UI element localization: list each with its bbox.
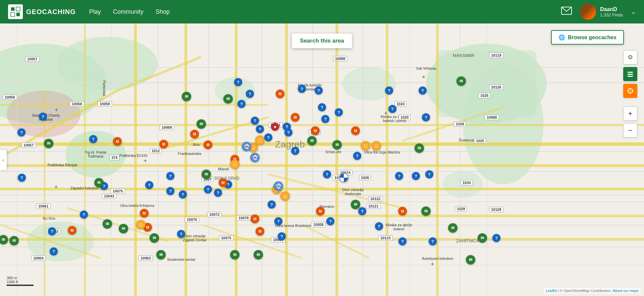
cache-marker-33[interactable]: ? [353,152,361,160]
cache-marker-45[interactable]: ? [492,234,500,242]
layers-button[interactable] [623,67,637,81]
cache-marker-38[interactable]: ? [395,172,403,180]
multi-cache-5[interactable]: M [219,178,227,187]
multi-cache-8[interactable]: M [256,227,264,236]
cache-marker-26[interactable]: ? [298,85,306,93]
cache-marker-37[interactable]: ? [388,105,396,113]
cache-marker-35[interactable]: ? [375,222,383,230]
trad-cache-22[interactable]: ✉ [478,233,487,243]
cache-marker-19[interactable]: ? [264,133,272,141]
cache-marker-48[interactable]: ? [80,211,88,219]
cache-marker-30[interactable]: ? [323,170,331,178]
zoom-out-button[interactable]: − [623,123,637,137]
location-button[interactable] [623,84,637,98]
trad-cache-14[interactable]: ✉ [307,136,317,145]
multi-cache-17[interactable]: M [68,226,76,235]
cache-marker-31[interactable]: ? [326,217,334,225]
cache-marker-5[interactable]: ? [89,135,97,143]
multi-cache-13[interactable]: M [351,126,360,135]
cache-marker-47[interactable]: ? [177,230,185,238]
earth-cache-5[interactable]: ☺ [372,141,381,151]
trad-cache-20[interactable]: ✉ [457,76,466,86]
cache-marker-41[interactable]: ? [419,86,427,95]
trad-cache-8[interactable]: ✉ [182,92,191,101]
cache-marker-32[interactable]: ? [335,108,343,116]
trad-cache-4[interactable]: ✉ [103,219,112,229]
multi-cache-4[interactable]: M [204,140,212,149]
map-container[interactable]: 10057 10056 10058 10059 10057 10090 1024… [0,23,644,296]
trad-cache-17[interactable]: ✉ [415,143,424,153]
cache-marker-3[interactable]: ? [18,174,26,182]
cache-marker-12[interactable]: ? [214,189,222,197]
trad-cache-3[interactable]: ✉ [94,178,104,187]
cache-marker-15[interactable]: ? [237,100,246,108]
cache-marker-28[interactable]: ? [318,103,326,111]
virtual-cache-3[interactable]: 👻 [274,181,283,191]
multi-cache-2[interactable]: M [159,140,168,149]
trad-cache-7[interactable]: ✉ [156,250,166,259]
trad-cache-1[interactable]: ✉ [9,236,19,245]
multi-cache-7[interactable]: M [251,215,259,223]
zoom-in-button[interactable]: + [623,107,637,121]
cache-marker-44[interactable]: ? [429,237,437,245]
virtual-cache-1[interactable]: 👻 [242,142,251,151]
leaflet-link[interactable]: Leaflet [546,289,557,293]
special-cache-1[interactable]: ■ [271,123,279,131]
wherigo-cache[interactable] [339,173,348,182]
trad-cache-11[interactable]: ✉ [223,94,233,104]
cache-marker-17[interactable]: ? [251,117,259,125]
mail-icon[interactable] [561,7,572,17]
cache-marker-11[interactable]: ? [204,185,212,193]
multi-cache-12[interactable]: M [316,207,325,216]
trad-cache-12[interactable]: ✉ [230,250,239,259]
sidebar-toggle[interactable]: ‹ [0,150,7,170]
nav-play[interactable]: Play [89,8,101,15]
cache-marker-43[interactable]: ? [425,170,433,178]
cache-marker-7[interactable]: ? [145,181,153,189]
nav-shop[interactable]: Shop [156,8,170,15]
cache-marker-34[interactable]: ? [358,207,366,215]
multi-cache-10[interactable]: M [291,113,300,122]
cache-marker-8[interactable]: ? [166,172,174,180]
trad-cache-5[interactable]: ✉ [119,224,128,233]
cache-marker-40[interactable]: ? [412,172,420,180]
cache-marker-10[interactable]: ? [179,190,187,198]
multi-cache-3[interactable]: M [190,130,199,138]
earth-cache-7[interactable]: ☺ [280,191,290,201]
earth-cache-1[interactable]: ☺ [230,160,239,169]
logo-area[interactable]: GEOCACHING [8,4,76,19]
multi-cache-11[interactable]: M [311,126,320,135]
trad-cache-6[interactable]: ✉ [150,233,159,243]
cache-marker-24[interactable]: ? [284,128,292,136]
cache-marker-22[interactable]: ? [278,232,286,240]
trad-cache-21[interactable]: ✉ [466,255,475,264]
cache-marker-9[interactable]: ? [166,187,174,195]
cache-marker-29[interactable]: ? [321,115,329,123]
cache-marker-16[interactable]: ? [246,90,254,98]
cache-marker-36[interactable]: ? [385,86,393,95]
cache-marker-4[interactable]: ? [48,227,56,235]
trad-cache-10[interactable]: ✉ [202,170,211,179]
trad-cache-13[interactable]: ✉ [254,250,263,259]
cache-marker-27[interactable]: ? [315,86,323,95]
earth-cache-3[interactable]: ☺ [255,135,265,145]
multi-cache-14[interactable]: M [398,207,407,216]
logo-icon[interactable] [8,4,23,19]
trad-cache-16[interactable]: ✉ [351,200,360,209]
about-maps-link[interactable]: About our maps [612,289,639,293]
trad-cache-15[interactable]: ✉ [332,140,342,150]
nav-community[interactable]: Community [113,8,144,15]
multi-cache-15[interactable]: M [140,209,149,218]
user-profile[interactable]: DaanD 1,332 Finds [580,4,623,20]
cache-marker-14[interactable]: ? [234,78,242,86]
virtual-cache-2[interactable]: 👻 [250,153,260,162]
cache-marker-2[interactable]: ? [17,128,25,136]
trad-cache-18[interactable]: ✉ [421,206,431,216]
multi-cache-9[interactable]: M [276,90,284,98]
trad-cache-19[interactable]: ✉ [448,223,458,233]
cache-marker-20[interactable]: ? [268,200,276,209]
trad-cache-9[interactable]: ✉ [197,119,206,129]
cache-marker-21[interactable]: ? [274,217,282,225]
earth-cache-4[interactable]: ☺ [361,141,370,151]
cache-marker-39[interactable]: ? [398,237,407,245]
